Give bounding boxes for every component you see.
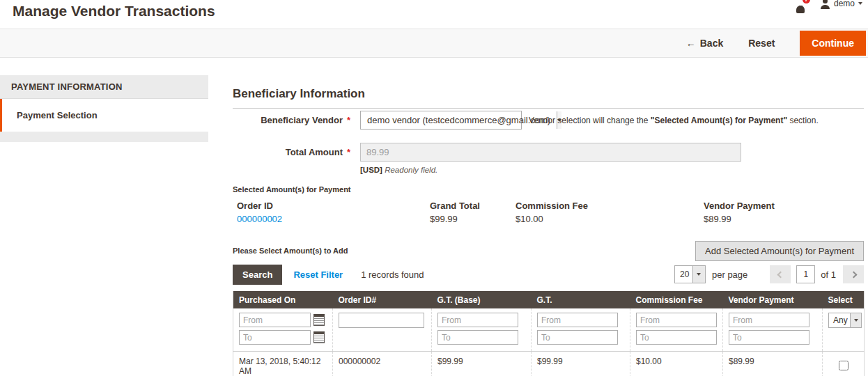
reset-filter-link[interactable]: Reset Filter <box>293 269 343 280</box>
add-amounts-row: Please Select Amount(s) to Add Add Selec… <box>233 241 864 260</box>
previous-page-button[interactable] <box>770 265 791 283</box>
purchased-on-to-input[interactable] <box>239 330 311 345</box>
page-number-input[interactable] <box>796 265 815 283</box>
col-header-gt[interactable]: G.T. <box>532 291 630 308</box>
next-page-button[interactable] <box>843 265 864 283</box>
per-page-value: 20 <box>675 269 692 279</box>
total-amount-input[interactable] <box>360 143 741 162</box>
gt-base-to-input[interactable] <box>437 330 518 345</box>
col-header-vendor-payment[interactable]: Vendor Payment <box>723 291 823 308</box>
beneficiary-vendor-label: Beneficiary Vendor <box>233 111 343 125</box>
table-row: Mar 13, 2018, 5:40:12 AM 000000002 $99.9… <box>233 352 865 376</box>
beneficiary-vendor-row: Beneficiary Vendor * demo vendor (testce… <box>233 111 819 130</box>
vendor-payment-to-input[interactable] <box>729 330 809 345</box>
page-title: Manage Vendor Transactions <box>13 3 215 19</box>
beneficiary-vendor-value: demo vendor (testcedcommerce@gmail.com) <box>361 115 557 125</box>
selected-amounts-summary: Order ID 000000002 Grand Total $99.99 Co… <box>233 201 864 230</box>
page-of-label: of 1 <box>821 269 836 280</box>
col-header-commission-fee[interactable]: Commission Fee <box>630 291 723 308</box>
calendar-icon[interactable] <box>313 314 325 326</box>
vendor-note: Vendor selection will change the "Select… <box>529 111 819 125</box>
user-menu[interactable]: demo <box>820 0 862 9</box>
readonly-note: Readonly field. <box>382 166 437 174</box>
reset-button[interactable]: Reset <box>748 38 775 49</box>
nav-item-payment-selection[interactable]: Payment Selection <box>0 99 208 132</box>
main-content: Beneficiary Information Beneficiary Vend… <box>233 87 864 376</box>
please-select-label: Please Select Amount(s) to Add <box>233 246 348 255</box>
summary-vendor-payment: Vendor Payment $89.99 <box>704 201 775 224</box>
col-header-order-id[interactable]: Order ID# <box>333 291 432 308</box>
vendor-payment-label: Vendor Payment <box>704 201 775 211</box>
vendor-note-prefix: Vendor selection will change the <box>529 116 651 125</box>
chevron-right-icon <box>850 271 857 278</box>
grand-total-value: $99.99 <box>430 214 480 224</box>
total-amount-label: Total Amount <box>233 143 343 157</box>
order-id-label: Order ID <box>237 201 282 211</box>
cell-order-id: 000000002 <box>333 352 432 376</box>
notifications-bell-icon[interactable]: 7 <box>796 0 806 9</box>
action-toolbar: ← Back Reset Continue <box>0 29 868 58</box>
user-icon <box>820 0 830 9</box>
required-mark: * <box>347 143 356 157</box>
selected-amounts-title: Selected Amount(s) for Payment <box>233 185 351 194</box>
bell-icon <box>796 6 805 13</box>
per-page-select[interactable]: 20 <box>674 265 706 283</box>
header-actions: 7 demo <box>796 0 862 9</box>
vendor-payment-value: $89.99 <box>704 214 775 224</box>
per-page-label: per page <box>712 269 747 280</box>
currency-code: [USD] <box>360 166 382 174</box>
add-selected-amounts-button[interactable]: Add Selected Amount(s) for Payment <box>695 241 864 261</box>
user-name: demo <box>834 0 855 8</box>
chevron-down-icon <box>858 2 862 5</box>
cell-purchased-on: Mar 13, 2018, 5:40:12 AM <box>233 352 333 376</box>
commission-fee-value: $10.00 <box>516 214 588 224</box>
chevron-left-icon <box>777 271 784 278</box>
required-mark: * <box>347 111 356 125</box>
grid-toolbar: Search Reset Filter 1 records found 20 p… <box>233 265 864 284</box>
summary-grand-total: Grand Total $99.99 <box>430 201 480 224</box>
cell-gt: $99.99 <box>532 352 630 376</box>
chevron-down-icon <box>692 266 705 283</box>
beneficiary-vendor-select[interactable]: demo vendor (testcedcommerce@gmail.com) <box>360 111 522 130</box>
grand-total-label: Grand Total <box>430 201 480 211</box>
col-header-gt-base[interactable]: G.T. (Base) <box>432 291 532 308</box>
select-any-filter[interactable]: Any <box>828 313 862 328</box>
commission-fee-to-input[interactable] <box>636 330 717 345</box>
commission-fee-from-input[interactable] <box>636 313 717 327</box>
select-any-value: Any <box>829 315 850 325</box>
vendor-note-suffix: section. <box>787 116 819 125</box>
grid-filter-row: Any <box>233 308 865 352</box>
commission-fee-label: Commission Fee <box>516 201 588 211</box>
nav-section-title: PAYMENT INFORMATION <box>0 75 208 99</box>
total-amount-note: [USD] Readonly field. <box>360 166 741 174</box>
col-header-purchased-on[interactable]: Purchased On <box>233 291 333 308</box>
calendar-icon[interactable] <box>313 331 325 343</box>
search-button[interactable]: Search <box>233 265 282 285</box>
cell-gt-base: $99.99 <box>432 352 532 376</box>
left-navigation: PAYMENT INFORMATION Payment Selection <box>0 75 208 142</box>
gt-to-input[interactable] <box>537 330 618 345</box>
grid-header-row: Purchased On Order ID# G.T. (Base) G.T. … <box>233 291 865 308</box>
order-id-link[interactable]: 000000002 <box>237 214 282 224</box>
continue-button[interactable]: Continue <box>800 31 866 56</box>
total-amount-row: Total Amount * [USD] Readonly field. <box>233 143 741 174</box>
col-header-select[interactable]: Select <box>823 291 865 308</box>
chevron-down-icon <box>850 313 861 327</box>
order-id-filter-input[interactable] <box>339 313 424 328</box>
back-button[interactable]: ← Back <box>686 38 723 49</box>
notification-count-badge: 7 <box>801 0 812 5</box>
summary-order-id: Order ID 000000002 <box>237 201 282 224</box>
pager: 20 per page of 1 <box>674 265 864 283</box>
gt-from-input[interactable] <box>537 313 618 327</box>
vendor-payment-from-input[interactable] <box>729 313 809 327</box>
gt-base-from-input[interactable] <box>437 313 518 327</box>
summary-commission-fee: Commission Fee $10.00 <box>516 201 588 224</box>
row-select-checkbox[interactable] <box>839 361 848 370</box>
records-found: 1 records found <box>361 269 424 280</box>
cell-commission-fee: $10.00 <box>630 352 723 376</box>
back-label: Back <box>700 38 723 49</box>
purchased-on-from-input[interactable] <box>239 313 311 327</box>
back-arrow-icon: ← <box>686 38 696 49</box>
transactions-grid: Purchased On Order ID# G.T. (Base) G.T. … <box>233 291 865 376</box>
vendor-note-bold: "Selected Amount(s) for Payment" <box>651 116 787 125</box>
